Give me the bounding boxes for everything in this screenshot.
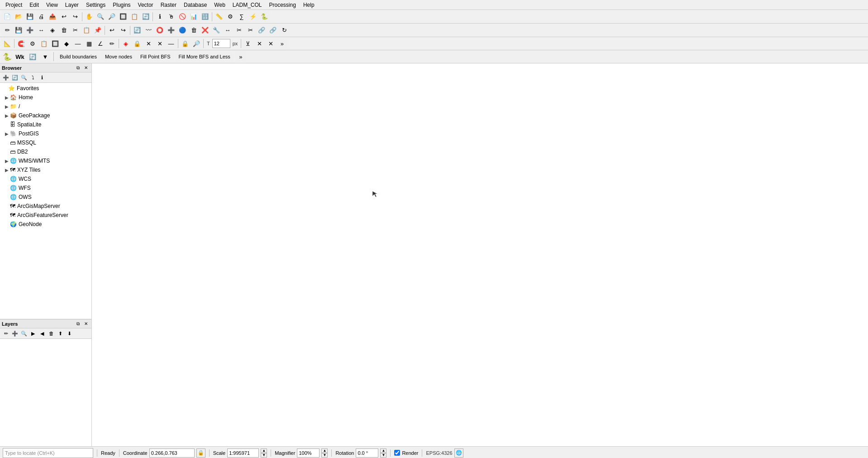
rotate-point-button[interactable]: 🔄	[132, 25, 143, 36]
python-button[interactable]: 🐍	[259, 11, 270, 22]
browser-float-button[interactable]: ⧉	[74, 64, 81, 72]
delete-part-button[interactable]: ❌	[200, 25, 210, 36]
ladm-refresh-button[interactable]: 🔄	[27, 51, 38, 62]
menu-help[interactable]: Help	[300, 1, 318, 9]
redo-edit-button[interactable]: ↪	[118, 25, 129, 36]
menu-processing[interactable]: Processing	[266, 1, 300, 9]
add-ring-button[interactable]: ⭕	[154, 25, 165, 36]
redo-button[interactable]: ↪	[70, 11, 81, 22]
zoom-layer-button[interactable]: 📋	[129, 11, 140, 22]
identify-button[interactable]: ℹ	[154, 11, 165, 22]
epsg-button[interactable]: 🌐	[454, 448, 463, 458]
snap-seg-button[interactable]: —	[72, 38, 83, 49]
browser-filter-button[interactable]: 🔍	[20, 73, 28, 82]
snap-area-button[interactable]: ▦	[84, 38, 95, 49]
filter-x-button[interactable]: ✕	[254, 38, 265, 49]
settings-button[interactable]: ⚙	[225, 11, 236, 22]
menu-plugins[interactable]: Plugins	[109, 1, 134, 9]
browser-tree-item[interactable]: 🌐WFS	[1, 183, 91, 193]
layers-remove-button[interactable]: 🗑	[47, 329, 55, 337]
browser-tree-item[interactable]: 🗃MSSQL	[1, 138, 91, 147]
sum-button[interactable]: ∑	[236, 11, 247, 22]
browser-tree-item[interactable]: ▶🏠Home	[1, 93, 91, 102]
menu-web[interactable]: Web	[210, 1, 229, 9]
build-boundaries-button[interactable]: Build boundaries	[57, 53, 100, 61]
fill-point-bfs-button[interactable]: Fill Point BFS	[137, 53, 174, 61]
simplify-button[interactable]: 〰	[143, 25, 154, 36]
menu-ladm-col[interactable]: LADM_COL	[229, 1, 266, 9]
layers-filter-button[interactable]: 🔍	[20, 329, 28, 337]
zoom-full-button[interactable]: 🔲	[118, 11, 129, 22]
browser-properties-button[interactable]: ℹ	[38, 73, 46, 82]
snap-angle-button[interactable]: ∠	[95, 38, 106, 49]
browser-tree-item[interactable]: 🗺ArcGisFeatureServer	[1, 211, 91, 220]
ladm-python-icon[interactable]: 🐍	[2, 51, 13, 62]
coordinate-input[interactable]	[149, 448, 195, 458]
undo-edit-button[interactable]: ↩	[106, 25, 117, 36]
map-canvas[interactable]	[92, 63, 868, 446]
magnifier-input[interactable]	[297, 448, 320, 458]
move-nodes-button[interactable]: Move nodes	[102, 53, 135, 61]
open-project-button[interactable]: 📂	[13, 11, 24, 22]
ladm-dropdown-button[interactable]: ▼	[40, 51, 51, 62]
snap-layers-button[interactable]: 📋	[38, 38, 49, 49]
rotation-down-button[interactable]: ▼	[380, 453, 386, 458]
save-as-button[interactable]: 🖨	[36, 11, 47, 22]
filter-y-button[interactable]: ✕	[265, 38, 276, 49]
copy-features-button[interactable]: 📋	[81, 25, 92, 36]
delete-ring-button[interactable]: 🗑	[188, 25, 199, 36]
magnifier-up-button[interactable]: ▲	[321, 448, 328, 453]
edit-toggle-button[interactable]: ✏	[2, 25, 13, 36]
snap-vertex-button[interactable]: ◆	[61, 38, 72, 49]
layers-add-button[interactable]: ➕	[11, 329, 19, 337]
scale-up-button[interactable]: ▲	[261, 448, 267, 453]
coordinate-lock-button[interactable]: 🔒	[196, 448, 205, 458]
move-feature-button[interactable]: ↔	[36, 25, 47, 36]
filter-vertex-button[interactable]: ⊻	[243, 38, 253, 49]
rotation-input[interactable]	[356, 448, 378, 458]
add-part-button[interactable]: ➕	[166, 25, 176, 36]
menu-settings[interactable]: Settings	[82, 1, 109, 9]
menu-view[interactable]: View	[43, 1, 62, 9]
menu-raster[interactable]: Raster	[157, 1, 180, 9]
zoom-out-button[interactable]: 🔎	[106, 11, 117, 22]
browser-collapse-button[interactable]: ⤵	[29, 73, 37, 82]
reshape-button[interactable]: 🔧	[211, 25, 222, 36]
layers-down-button[interactable]: ⬇	[65, 329, 73, 337]
fill-ring-button[interactable]: 🔵	[177, 25, 188, 36]
menu-layer[interactable]: Layer	[62, 1, 82, 9]
browser-tree-item[interactable]: ▶🐘PostGIS	[1, 129, 91, 138]
browser-tree-item[interactable]: 🗺ArcGisMapServer	[1, 202, 91, 211]
browser-tree-item[interactable]: 🌐WCS	[1, 174, 91, 183]
save-project-button[interactable]: 💾	[24, 11, 35, 22]
measure-button[interactable]: 📏	[214, 11, 224, 22]
fill-more-bfs-button[interactable]: Fill More BFS and Less	[176, 53, 234, 61]
paste-features-button[interactable]: 📌	[92, 25, 103, 36]
epsg-label[interactable]: EPSG:4326	[426, 450, 452, 456]
undo-button[interactable]: ↩	[58, 11, 69, 22]
render-checkbox[interactable]	[394, 450, 400, 456]
more-btn[interactable]: »	[277, 38, 287, 49]
scale-lock-button[interactable]: 🔒	[180, 38, 191, 49]
vertex-editor-button[interactable]: ◈	[120, 38, 131, 49]
merge-attr-button[interactable]: 🔗	[267, 25, 278, 36]
browser-tree-item[interactable]: 🌍GeoNode	[1, 220, 91, 229]
more-adv-button[interactable]: »	[235, 51, 246, 62]
delete-selected-button[interactable]: 🗑	[58, 25, 69, 36]
snap-config-button[interactable]: ⚙	[27, 38, 38, 49]
print-button[interactable]: 📤	[47, 11, 58, 22]
menu-edit[interactable]: Edit	[26, 1, 43, 9]
layers-close-button[interactable]: ✕	[82, 320, 90, 328]
field-calc-button[interactable]: 🔢	[200, 11, 210, 22]
new-project-button[interactable]: 📄	[2, 11, 13, 22]
browser-tree-item[interactable]: ▶🗺XYZ Tiles	[1, 165, 91, 174]
rotation-up-button[interactable]: ▲	[380, 448, 386, 453]
scale-input[interactable]	[227, 448, 259, 458]
adv-digitizing-button[interactable]: 📐	[2, 38, 13, 49]
browser-tree-item[interactable]: ▶🌐WMS/WMTS	[1, 156, 91, 165]
browser-tree-item[interactable]: 🌐OWS	[1, 193, 91, 202]
rotate-button[interactable]: ↻	[279, 25, 290, 36]
browser-tree-item[interactable]: 🗄SpatiaLite	[1, 120, 91, 129]
layers-up-button[interactable]: ⬆	[56, 329, 64, 337]
tracing-button[interactable]: ✏	[106, 38, 117, 49]
